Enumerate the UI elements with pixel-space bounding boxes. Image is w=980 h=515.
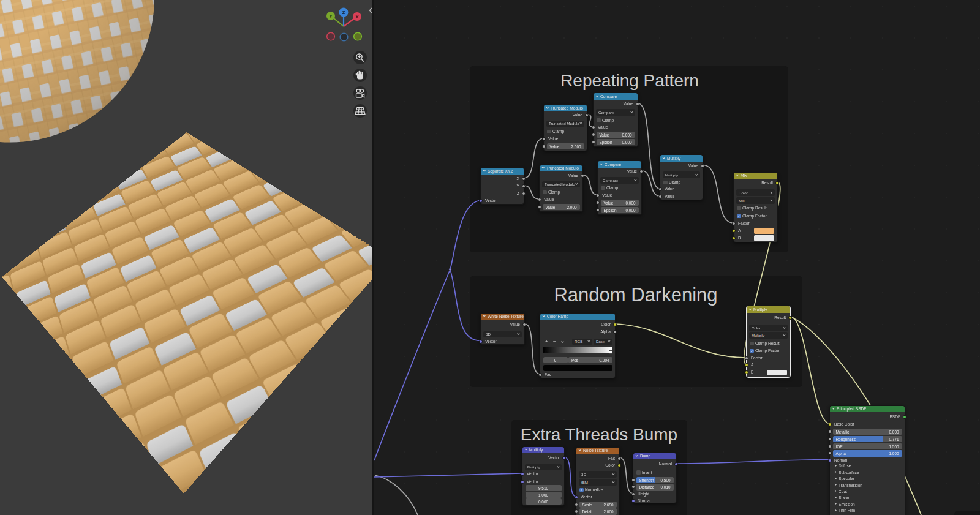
- svg-text:X: X: [355, 14, 358, 20]
- svg-text:Y: Y: [329, 13, 332, 19]
- svg-text:Z: Z: [342, 10, 345, 15]
